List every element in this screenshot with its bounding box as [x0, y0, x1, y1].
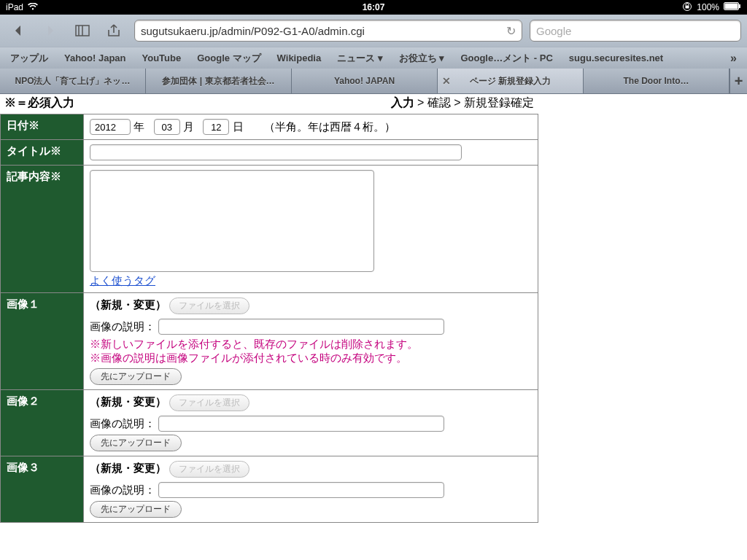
browser-chrome: sugutsukaeru.jp/admin/P092-G1-A0/admin.c… — [0, 15, 747, 94]
image-desc-input[interactable] — [158, 482, 444, 498]
image-mode-label: （新規・変更） — [90, 462, 166, 474]
breadcrumb: 入力 > 確認 > 新規登録確定 — [391, 96, 534, 111]
required-note: ※＝必須入力 — [4, 96, 74, 111]
battery-label: 100% — [697, 2, 719, 12]
upload-button[interactable]: 先にアップロード — [90, 435, 182, 451]
breadcrumb-current: 入力 — [391, 96, 414, 109]
image-note-1: ※新しいファイルを添付すると、既存のファイルは削除されます。 — [90, 338, 532, 351]
form-table: 日付※ 年 月 日 （半角。年は西暦４桁。） タイトル※ — [0, 114, 538, 523]
bookmark-item[interactable]: YouTube — [142, 52, 182, 63]
bookmark-item[interactable]: sugu.securesites.net — [569, 52, 663, 63]
page-header: ※＝必須入力 入力 > 確認 > 新規登録確定 — [0, 94, 538, 114]
reload-icon[interactable]: ↻ — [506, 24, 516, 38]
bookmark-item[interactable]: Yahoo! Japan — [64, 52, 126, 63]
choose-file-button[interactable]: ファイルを選択 — [169, 461, 249, 478]
tab-label: ページ 新規登録入力 — [470, 75, 551, 88]
bookmark-item[interactable]: Google…メント - PC — [460, 52, 552, 65]
new-tab-button[interactable]: + — [729, 69, 747, 93]
month-input[interactable] — [154, 119, 180, 135]
tab-label: Yahoo! JAPAN — [334, 76, 395, 86]
tab[interactable]: NPO法人「育て上げ」ネッ… — [0, 69, 146, 93]
row-label-title: タイトル※ — [1, 140, 84, 166]
bookmarks-bar: アップル Yahoo! Japan YouTube Google マップ Wik… — [0, 47, 747, 69]
svg-rect-3 — [725, 4, 738, 9]
page-content: ※＝必須入力 入力 > 確認 > 新規登録確定 日付※ 年 月 日 （半角。年は… — [0, 94, 747, 523]
image-desc-input[interactable] — [158, 319, 444, 335]
tab[interactable]: The Door Into… — [584, 69, 729, 93]
tab[interactable]: Yahoo! JAPAN — [292, 69, 438, 93]
image-desc-label: 画像の説明： — [90, 417, 155, 429]
url-bar[interactable]: sugutsukaeru.jp/admin/P092-G1-A0/admin.c… — [134, 20, 522, 42]
tab-label: 参加団体 | 東京都若者社会… — [162, 75, 274, 88]
row-label-image2: 画像２ — [1, 390, 84, 456]
close-tab-icon[interactable]: ✕ — [442, 75, 451, 87]
breadcrumb-rest: 確認 > 新規登録確定 — [427, 96, 534, 109]
bookmark-item[interactable]: Wikipedia — [277, 52, 322, 63]
status-bar: iPad 16:07 100% — [0, 0, 747, 15]
wifi-icon — [28, 2, 38, 12]
title-input[interactable] — [90, 144, 462, 160]
image-desc-label: 画像の説明： — [90, 320, 155, 332]
clock: 16:07 — [363, 2, 385, 12]
day-suffix: 日 — [233, 120, 244, 133]
battery-icon — [724, 2, 741, 12]
month-suffix: 月 — [183, 120, 194, 133]
image-desc-input[interactable] — [158, 416, 444, 432]
body-textarea[interactable] — [90, 170, 374, 272]
image-note-2: ※画像の説明は画像ファイルが添付されている時のみ有効です。 — [90, 351, 532, 365]
orientation-lock-icon — [682, 1, 692, 14]
day-input[interactable] — [203, 119, 229, 135]
row-label-body: 記事内容※ — [1, 166, 84, 293]
back-button[interactable] — [6, 20, 31, 42]
toolbar: sugutsukaeru.jp/admin/P092-G1-A0/admin.c… — [0, 15, 747, 47]
forward-button[interactable] — [38, 20, 63, 42]
bookmark-item[interactable]: アップル — [10, 52, 48, 65]
bookmark-item[interactable]: お役立ち ▾ — [399, 52, 445, 65]
year-input[interactable] — [90, 119, 131, 135]
row-label-date: 日付※ — [1, 114, 84, 140]
required-mark-icon: ※ — [50, 144, 61, 157]
choose-file-button[interactable]: ファイルを選択 — [169, 394, 249, 411]
date-hint: （半角。年は西暦４桁。） — [264, 120, 395, 133]
row-label-image3: 画像３ — [1, 456, 84, 523]
search-bar[interactable]: Google — [530, 20, 741, 42]
tab[interactable]: 参加団体 | 東京都若者社会… — [146, 69, 292, 93]
bookmarks-button[interactable] — [70, 20, 95, 42]
tab-active[interactable]: ✕ ページ 新規登録入力 — [438, 69, 584, 93]
image-mode-label: （新規・変更） — [90, 298, 166, 311]
tab-label: NPO法人「育て上げ」ネッ… — [15, 75, 130, 88]
bookmark-item[interactable]: ニュース ▾ — [337, 52, 383, 65]
bookmark-item[interactable]: Google マップ — [197, 52, 260, 65]
upload-button[interactable]: 先にアップロード — [90, 368, 182, 385]
device-label: iPad — [6, 2, 23, 12]
choose-file-button[interactable]: ファイルを選択 — [169, 298, 249, 314]
required-mark-icon: ※ — [50, 170, 61, 182]
bookmarks-overflow-icon[interactable]: » — [730, 52, 737, 65]
svg-rect-4 — [739, 4, 740, 8]
year-suffix: 年 — [133, 120, 144, 133]
tab-label: The Door Into… — [624, 76, 689, 86]
image-mode-label: （新規・変更） — [90, 395, 166, 408]
upload-button[interactable]: 先にアップロード — [90, 501, 182, 518]
tag-link[interactable]: よく使うタグ — [90, 274, 155, 287]
search-placeholder: Google — [536, 25, 571, 37]
image-desc-label: 画像の説明： — [90, 483, 155, 496]
row-label-image1: 画像１ — [1, 293, 84, 390]
tab-strip: NPO法人「育て上げ」ネッ… 参加団体 | 東京都若者社会… Yahoo! JA… — [0, 69, 747, 93]
svg-rect-1 — [686, 5, 689, 8]
required-mark-icon: ※ — [28, 119, 39, 131]
share-button[interactable] — [102, 20, 127, 42]
url-text: sugutsukaeru.jp/admin/P092-G1-A0/admin.c… — [141, 25, 365, 37]
